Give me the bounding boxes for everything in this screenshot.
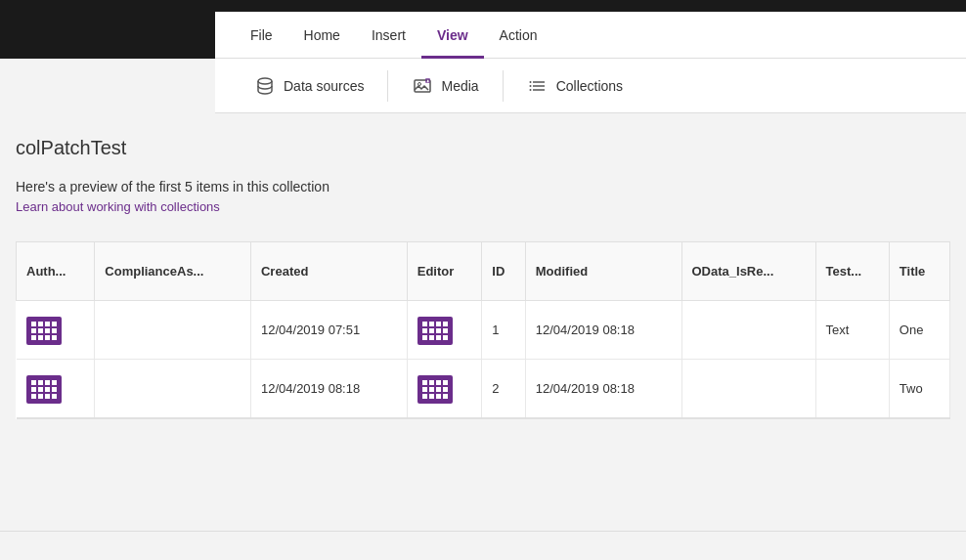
- cell-test-1: [815, 360, 889, 418]
- learn-link[interactable]: Learn about working with collections: [16, 199, 220, 214]
- svg-point-0: [258, 78, 272, 84]
- col-header-id: ID: [482, 242, 525, 301]
- cell-modified-1: 12/04/2019 08:18: [525, 360, 681, 418]
- menu-label-home: Home: [304, 27, 340, 43]
- cell-editor-0: [407, 301, 482, 360]
- preview-text: Here's a preview of the first 5 items in…: [16, 179, 950, 194]
- table-row: 12/04/2019 07:51 112/04/2019 08:18TextOn…: [17, 301, 950, 360]
- toolbar-media-label: Media: [441, 78, 478, 94]
- col-header-odata: OData_IsRe...: [681, 242, 815, 301]
- col-header-test: Test...: [815, 242, 889, 301]
- cell-auth-1: [17, 360, 95, 418]
- menu-item-insert[interactable]: Insert: [356, 12, 421, 59]
- menu-label-view: View: [437, 27, 468, 43]
- content-area: colPatchTest Here's a preview of the fir…: [0, 113, 966, 504]
- database-icon: [254, 75, 276, 97]
- cell-odata-0: [681, 301, 815, 360]
- svg-point-9: [529, 89, 531, 91]
- toolbar-data-sources-label: Data sources: [284, 78, 364, 94]
- col-header-compliance: ComplianceAs...: [95, 242, 251, 301]
- cell-compliance-1: [95, 360, 251, 418]
- media-icon: [412, 75, 433, 97]
- grid-icon-auth: [26, 317, 62, 345]
- cell-editor-1: [407, 360, 482, 418]
- toolbar-collections-label: Collections: [556, 78, 623, 94]
- menu-item-file[interactable]: File: [235, 12, 288, 59]
- menu-bar: File Home Insert View Action: [215, 12, 966, 59]
- col-header-title: Title: [889, 242, 949, 301]
- cell-id-1: 2: [482, 360, 525, 418]
- svg-point-7: [529, 81, 531, 83]
- col-header-editor: Editor: [407, 242, 482, 301]
- grid-icon-editor: [417, 375, 453, 404]
- col-header-modified: Modified: [525, 242, 681, 301]
- cell-test-0: Text: [815, 301, 889, 360]
- toolbar-separator-2: [503, 70, 504, 102]
- top-black-bar: File Home Insert View Action: [0, 0, 966, 59]
- grid-icon-auth: [26, 375, 62, 404]
- toolbar-collections[interactable]: Collections: [507, 67, 642, 105]
- data-table: Auth... ComplianceAs... Created Editor I…: [16, 241, 950, 419]
- col-header-auth: Auth...: [17, 242, 95, 301]
- cell-title-1: Two: [889, 360, 949, 418]
- collection-title: colPatchTest: [16, 137, 950, 159]
- menu-item-action[interactable]: Action: [484, 12, 553, 59]
- toolbar-data-sources[interactable]: Data sources: [235, 67, 383, 105]
- col-header-created: Created: [250, 242, 407, 301]
- cell-created-1: 12/04/2019 08:18: [250, 360, 407, 418]
- cell-title-0: One: [889, 301, 949, 360]
- cell-compliance-0: [95, 301, 251, 360]
- cell-odata-1: [681, 360, 815, 418]
- collections-icon: [527, 75, 549, 97]
- menu-item-view[interactable]: View: [421, 12, 484, 59]
- cell-created-0: 12/04/2019 07:51: [250, 301, 407, 360]
- menu-label-file: File: [250, 27, 273, 43]
- toolbar-separator-1: [387, 70, 388, 102]
- toolbar-media[interactable]: Media: [392, 67, 498, 105]
- menu-label-insert: Insert: [372, 27, 406, 43]
- table-row: 12/04/2019 08:18 212/04/2019 08:18Two: [17, 360, 950, 418]
- toolbar-bar: Data sources Media Collecti: [215, 59, 966, 113]
- cell-id-0: 1: [482, 301, 525, 360]
- bottom-bar: [0, 531, 966, 560]
- cell-modified-0: 12/04/2019 08:18: [525, 301, 681, 360]
- grid-icon-editor: [417, 317, 453, 345]
- menu-item-home[interactable]: Home: [288, 12, 356, 59]
- menu-label-action: Action: [500, 27, 538, 43]
- svg-point-8: [529, 85, 531, 87]
- table-header-row: Auth... ComplianceAs... Created Editor I…: [17, 242, 950, 301]
- cell-auth-0: [17, 301, 95, 360]
